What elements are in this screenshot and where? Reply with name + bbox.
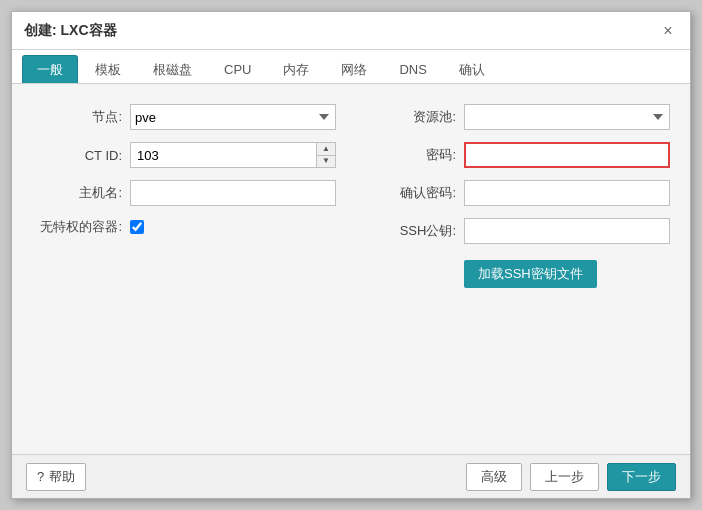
ctid-spinner: ▲ ▼ <box>130 142 336 168</box>
close-button[interactable]: × <box>658 21 678 41</box>
tab-template[interactable]: 模板 <box>80 55 136 83</box>
load-ssh-key-button[interactable]: 加载SSH密钥文件 <box>464 260 597 288</box>
unprivileged-checkbox-wrap <box>130 220 144 234</box>
next-button[interactable]: 下一步 <box>607 463 676 491</box>
tab-cpu[interactable]: CPU <box>209 55 266 83</box>
ssh-key-label: SSH公钥: <box>366 222 456 240</box>
left-form-col: 节点: pve CT ID: ▲ ▼ 主机名: <box>32 104 336 444</box>
pool-row: 资源池: <box>366 104 670 130</box>
node-row: 节点: pve <box>32 104 336 130</box>
dialog-footer: ? 帮助 高级 上一步 下一步 <box>12 454 690 498</box>
ctid-spinner-btns: ▲ ▼ <box>316 143 335 167</box>
hostname-input[interactable] <box>130 180 336 206</box>
create-lxc-dialog: 创建: LXC容器 × 一般 模板 根磁盘 CPU 内存 网络 DNS 确认 节… <box>11 11 691 499</box>
tab-memory[interactable]: 内存 <box>268 55 324 83</box>
password-label: 密码: <box>366 146 456 164</box>
help-button[interactable]: ? 帮助 <box>26 463 86 491</box>
ctid-input[interactable] <box>131 143 316 167</box>
password-row: 密码: <box>366 142 670 168</box>
hostname-row: 主机名: <box>32 180 336 206</box>
question-mark-icon: ? <box>37 469 44 484</box>
dialog-body: 节点: pve CT ID: ▲ ▼ 主机名: <box>12 84 690 454</box>
ctid-row: CT ID: ▲ ▼ <box>32 142 336 168</box>
dialog-titlebar: 创建: LXC容器 × <box>12 12 690 50</box>
ctid-increment[interactable]: ▲ <box>317 143 335 156</box>
node-label: 节点: <box>32 108 122 126</box>
confirm-password-input[interactable] <box>464 180 670 206</box>
pool-label: 资源池: <box>366 108 456 126</box>
unprivileged-row: 无特权的容器: <box>32 218 336 236</box>
password-input[interactable] <box>464 142 670 168</box>
tab-confirm[interactable]: 确认 <box>444 55 500 83</box>
tab-rootdisk[interactable]: 根磁盘 <box>138 55 207 83</box>
confirm-password-label: 确认密码: <box>366 184 456 202</box>
tab-general[interactable]: 一般 <box>22 55 78 83</box>
ssh-key-row: SSH公钥: <box>366 218 670 244</box>
help-label: 帮助 <box>49 468 75 486</box>
ssh-key-input[interactable] <box>464 218 670 244</box>
confirm-password-row: 确认密码: <box>366 180 670 206</box>
footer-right: 高级 上一步 下一步 <box>466 463 676 491</box>
ctid-decrement[interactable]: ▼ <box>317 156 335 168</box>
prev-button[interactable]: 上一步 <box>530 463 599 491</box>
unprivileged-label: 无特权的容器: <box>32 218 122 236</box>
right-form-col: 资源池: 密码: 确认密码: SSH公钥: <box>366 104 670 444</box>
pool-select[interactable] <box>464 104 670 130</box>
node-select[interactable]: pve <box>130 104 336 130</box>
advanced-button[interactable]: 高级 <box>466 463 522 491</box>
hostname-label: 主机名: <box>32 184 122 202</box>
tab-network[interactable]: 网络 <box>326 55 382 83</box>
ssh-btn-row: 加载SSH密钥文件 <box>366 256 670 288</box>
dialog-title: 创建: LXC容器 <box>24 22 117 40</box>
tab-dns[interactable]: DNS <box>384 55 441 83</box>
tab-bar: 一般 模板 根磁盘 CPU 内存 网络 DNS 确认 <box>12 50 690 84</box>
ctid-label: CT ID: <box>32 148 122 163</box>
footer-left: ? 帮助 <box>26 463 86 491</box>
unprivileged-checkbox[interactable] <box>130 220 144 234</box>
